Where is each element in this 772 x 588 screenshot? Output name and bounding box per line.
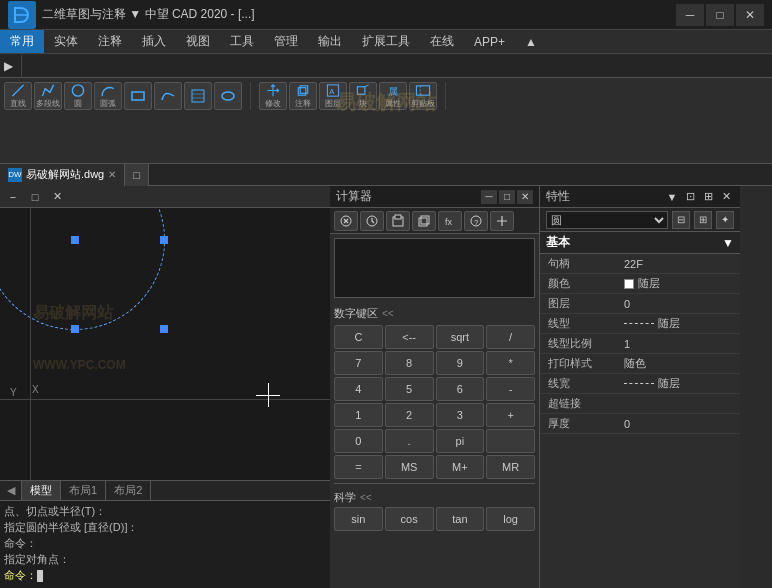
ribbon-btn-circle[interactable]: 圆 [64, 82, 92, 110]
prop-icon-3[interactable]: ✦ [716, 211, 734, 229]
ribbon-btn-arc[interactable]: 圆弧 [94, 82, 122, 110]
menu-item-tools[interactable]: 工具 [220, 30, 264, 53]
canvas-close[interactable]: ✕ [48, 188, 66, 206]
ribbon-btn-misc[interactable] [214, 82, 242, 110]
canvas-minimize[interactable]: − [4, 188, 22, 206]
cmd-prompt[interactable]: 命令： [4, 567, 326, 583]
close-button[interactable]: ✕ [736, 4, 764, 26]
calc-tb-clear[interactable] [334, 211, 358, 231]
calc-btn-tan[interactable]: tan [436, 507, 485, 531]
calc-btn-sin[interactable]: sin [334, 507, 383, 531]
calc-btn-7[interactable]: 7 [334, 351, 383, 375]
menu-item-online[interactable]: 在线 [420, 30, 464, 53]
ribbon-btn-clip[interactable]: 剪贴板 [409, 82, 437, 110]
calc-btn-3[interactable]: 3 [436, 403, 485, 427]
tab-layout1[interactable]: 布局1 [61, 481, 106, 501]
calc-tb-paste[interactable] [386, 211, 410, 231]
handle-bm[interactable] [71, 325, 79, 333]
ribbon-btn-spline[interactable] [154, 82, 182, 110]
calc-btn-div[interactable]: / [486, 325, 535, 349]
prop-icon-2[interactable]: ⊞ [694, 211, 712, 229]
calc-btn-1[interactable]: 1 [334, 403, 383, 427]
prop-row-thickness[interactable]: 厚度 0 [540, 414, 740, 434]
prop-row-hyperlink[interactable]: 超链接 [540, 394, 740, 414]
prop-ctrl-1[interactable]: ▼ [664, 190, 680, 204]
ribbon-btn-attr[interactable]: 属 属性 [379, 82, 407, 110]
calc-btn-2[interactable]: 2 [385, 403, 434, 427]
calc-btn-equals[interactable]: = [334, 455, 383, 479]
handle-br[interactable] [160, 325, 168, 333]
calc-btn-clear[interactable]: C [334, 325, 383, 349]
circle-object[interactable] [0, 208, 165, 330]
prop-close[interactable]: ✕ [718, 190, 734, 204]
calc-tb-extra[interactable] [490, 211, 514, 231]
prop-row-plotstyle[interactable]: 打印样式 随色 [540, 354, 740, 374]
calc-tb-history[interactable] [360, 211, 384, 231]
ribbon-btn-copy[interactable]: 注释 [289, 82, 317, 110]
prop-object-type[interactable]: 圆 [546, 211, 668, 229]
menu-item-view[interactable]: 视图 [176, 30, 220, 53]
menu-item-app[interactable]: APP+ [464, 30, 515, 53]
calc-btn-pi[interactable]: pi [436, 429, 485, 453]
calc-tb-copy[interactable] [412, 211, 436, 231]
calc-minimize[interactable]: ─ [481, 190, 497, 204]
nav-prev[interactable]: ◀ [0, 481, 22, 501]
prop-ctrl-2[interactable]: ⊡ [682, 190, 698, 204]
prop-row-ltscale[interactable]: 线型比例 1 [540, 334, 740, 354]
tab-layout2[interactable]: 布局2 [106, 481, 151, 501]
prop-ctrl-3[interactable]: ⊞ [700, 190, 716, 204]
tab-model[interactable]: 模型 [22, 481, 61, 501]
menu-item-ext[interactable]: 扩展工具 [352, 30, 420, 53]
calc-btn-sqrt[interactable]: sqrt [436, 325, 485, 349]
minimize-button[interactable]: ─ [676, 4, 704, 26]
calc-btn-cos[interactable]: cos [385, 507, 434, 531]
prop-row-linetype[interactable]: 线型 随层 [540, 314, 740, 334]
ribbon-btn-polyline[interactable]: 多段线 [34, 82, 62, 110]
calc-btn-dot[interactable]: . [385, 429, 434, 453]
calc-btn-6[interactable]: 6 [436, 377, 485, 401]
canvas-restore[interactable]: □ [26, 188, 44, 206]
calc-btn-backspace[interactable]: <-- [385, 325, 434, 349]
calc-btn-add[interactable]: + [486, 403, 535, 427]
calc-maximize[interactable]: □ [499, 190, 515, 204]
calc-btn-log[interactable]: log [486, 507, 535, 531]
menu-item-common[interactable]: 常用 [0, 30, 44, 53]
restore-button[interactable]: □ [706, 4, 734, 26]
calc-btn-0[interactable]: 0 [334, 429, 383, 453]
calc-close[interactable]: ✕ [517, 190, 533, 204]
ribbon-btn-rect[interactable] [124, 82, 152, 110]
calc-tb-help[interactable]: ? [464, 211, 488, 231]
calc-btn-mplus[interactable]: M+ [436, 455, 485, 479]
calc-btn-5[interactable]: 5 [385, 377, 434, 401]
prop-row-lw[interactable]: 线宽 随层 [540, 374, 740, 394]
menu-item-annotate[interactable]: 注释 [88, 30, 132, 53]
calc-display[interactable] [334, 238, 535, 298]
calc-btn-sub[interactable]: - [486, 377, 535, 401]
doc-tab-new[interactable]: □ [125, 164, 149, 186]
doc-tab-main[interactable]: DW 易破解网站.dwg ✕ [0, 164, 125, 186]
calc-tb-function[interactable]: fx [438, 211, 462, 231]
ribbon-btn-move[interactable]: 修改 [259, 82, 287, 110]
calc-btn-mul[interactable]: * [486, 351, 535, 375]
calc-btn-ms[interactable]: MS [385, 455, 434, 479]
handle-mr[interactable] [160, 236, 168, 244]
prop-row-color[interactable]: 颜色 随层 [540, 274, 740, 294]
prop-icon-1[interactable]: ⊟ [672, 211, 690, 229]
doc-tab-close[interactable]: ✕ [108, 169, 116, 180]
prop-row-layer[interactable]: 图层 0 [540, 294, 740, 314]
calc-btn-8[interactable]: 8 [385, 351, 434, 375]
center-point[interactable] [71, 236, 79, 244]
menu-item-insert[interactable]: 插入 [132, 30, 176, 53]
prop-section-basic[interactable]: 基本 ▼ [540, 232, 740, 254]
menu-item-output[interactable]: 输出 [308, 30, 352, 53]
calc-btn-9[interactable]: 9 [436, 351, 485, 375]
menu-item-expand[interactable]: ▲ [515, 30, 547, 53]
menu-item-solid[interactable]: 实体 [44, 30, 88, 53]
calc-btn-mr[interactable]: MR [486, 455, 535, 479]
drawing-canvas[interactable]: X Y 易破解网站 WWW.YPC.COM [0, 208, 330, 480]
calc-btn-4[interactable]: 4 [334, 377, 383, 401]
ribbon-btn-line[interactable]: 直线 [4, 82, 32, 110]
menu-item-manage[interactable]: 管理 [264, 30, 308, 53]
ribbon-btn-trim[interactable]: A 图层 [319, 82, 347, 110]
ribbon-btn-block[interactable]: 块 [349, 82, 377, 110]
